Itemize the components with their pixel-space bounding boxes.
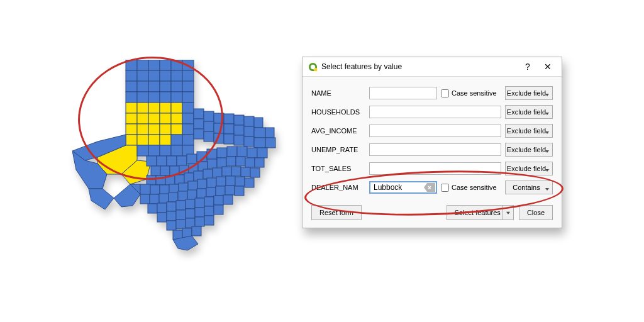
svg-rect-161 [195,217,204,226]
svg-rect-63 [194,129,204,139]
svg-rect-44 [182,113,194,124]
field-input-tot_sales[interactable] [369,162,501,175]
svg-rect-76 [137,145,148,156]
svg-rect-156 [204,206,214,216]
operator-button[interactable]: Exclude field [505,105,553,119]
svg-rect-2 [148,60,160,70]
operator-button[interactable]: Exclude field [505,86,553,100]
field-label: DEALER_NAM [311,184,365,191]
svg-rect-47 [171,135,182,145]
svg-rect-93 [151,166,160,175]
operator-button[interactable]: Exclude field [505,143,553,157]
svg-rect-34 [126,124,137,135]
svg-rect-135 [178,191,187,201]
svg-rect-87 [207,149,217,159]
svg-rect-68 [244,136,254,147]
svg-rect-82 [157,156,167,166]
field-input-dealer_nam[interactable]: × [369,181,437,194]
filter-row-name: NAMECase sensitiveExclude field [311,84,553,102]
svg-rect-79 [171,145,182,156]
svg-rect-114 [231,167,241,176]
svg-rect-81 [147,156,157,166]
svg-rect-24 [126,103,137,113]
svg-rect-0 [126,60,137,70]
svg-rect-106 [156,175,165,185]
close-button[interactable]: Close [519,205,553,220]
svg-rect-147 [195,198,204,208]
svg-rect-56 [204,121,214,131]
svg-marker-130 [114,184,140,207]
svg-rect-159 [176,219,186,229]
svg-rect-25 [137,103,148,113]
svg-marker-72 [121,160,151,184]
svg-rect-60 [244,126,254,136]
svg-rect-65 [214,133,224,143]
reset-form-button[interactable]: Reset form [311,205,362,220]
field-label: TOT_SALES [311,165,365,172]
svg-rect-57 [214,123,224,133]
svg-rect-84 [177,156,187,166]
svg-rect-19 [137,92,148,103]
select-features-button[interactable]: Select features [447,205,514,220]
case-sensitive-checkbox[interactable]: Case sensitive [441,89,501,97]
field-input-name[interactable] [369,87,437,99]
svg-rect-64 [204,131,214,142]
transpecos-blue [72,135,126,209]
svg-rect-37 [160,124,171,135]
svg-rect-92 [257,148,267,158]
help-button[interactable]: ? [518,58,538,75]
svg-rect-160 [186,218,195,228]
svg-rect-157 [214,205,223,214]
svg-rect-102 [236,157,245,166]
filter-row-tot_sales: TOT_SALESExclude field [311,160,553,177]
svg-rect-165 [192,226,201,236]
svg-marker-71 [97,145,137,174]
svg-rect-103 [245,158,255,167]
field-input-unemp_rate[interactable] [369,143,501,156]
svg-rect-89 [227,147,237,157]
svg-rect-155 [195,208,204,217]
svg-rect-36 [148,124,160,135]
operator-button[interactable]: Contains [505,180,553,194]
svg-rect-12 [126,81,137,92]
svg-rect-13 [137,81,148,92]
case-sensitive-checkbox[interactable]: Case sensitive [441,184,501,192]
field-label: NAME [311,89,365,97]
svg-rect-40 [137,135,148,145]
svg-rect-154 [186,209,195,218]
svg-rect-15 [160,81,171,92]
north-texas-counties [171,103,275,148]
svg-rect-134 [169,192,178,202]
window-close-button[interactable]: ✕ [538,58,558,75]
svg-rect-8 [148,70,160,81]
svg-rect-129 [245,178,254,187]
svg-rect-146 [186,199,195,209]
svg-rect-140 [225,186,235,195]
svg-rect-62 [265,128,274,138]
svg-rect-126 [216,177,226,186]
svg-rect-158 [167,221,176,230]
svg-rect-35 [137,124,148,135]
svg-rect-107 [165,175,175,185]
svg-rect-85 [187,154,197,164]
operator-button[interactable]: Exclude field [505,124,553,138]
select-features-label: Select features [455,209,501,216]
operator-button[interactable]: Exclude field [505,162,553,175]
svg-rect-1 [137,60,148,70]
field-input-avg_income[interactable] [369,125,501,137]
svg-rect-70 [265,138,275,148]
selected-counties [126,103,182,145]
svg-rect-42 [160,135,171,145]
svg-rect-131 [140,194,150,204]
svg-rect-133 [159,194,169,203]
field-input-households[interactable] [369,106,501,118]
svg-rect-124 [197,179,207,189]
svg-rect-48 [194,109,204,119]
svg-rect-67 [234,135,244,145]
svg-rect-122 [179,183,188,192]
map-highlight-circle [74,52,227,185]
svg-rect-109 [184,173,194,182]
svg-rect-58 [224,124,234,134]
svg-rect-18 [126,92,137,103]
svg-rect-54 [254,118,263,128]
